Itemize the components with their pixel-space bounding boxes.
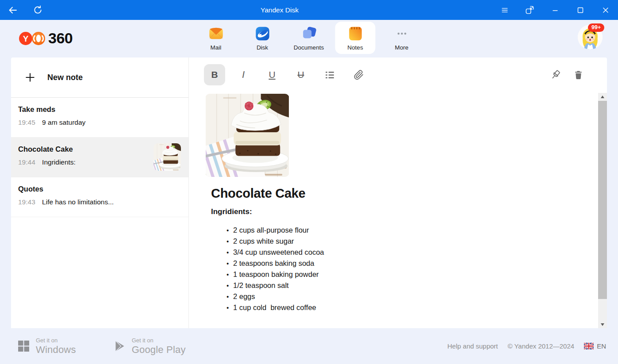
get-on-windows-link[interactable]: Get it on Windows [18,337,76,356]
list-item: 2 teaspoons baking soda [227,258,598,269]
help-and-support-link[interactable]: Help and support [447,342,498,350]
tab-more[interactable]: More [382,22,422,54]
documents-app-icon [300,25,317,42]
app-header: Y 360 Mail Disk Documents Notes [0,20,618,57]
mail-app-icon [207,25,224,42]
note-title: Chocolate Cake [211,186,598,201]
editor-scrollbar[interactable] [598,93,607,328]
note-item-thumbnail [154,143,181,171]
gplay-small-label: Get it on [132,337,186,344]
tab-disk[interactable]: Disk [242,22,283,54]
format-toolbar: B I U U [204,64,589,86]
new-note-button[interactable]: New note [11,57,188,98]
menu-icon[interactable] [492,0,517,20]
italic-button[interactable]: I [233,64,254,85]
window-title: Yandex Disk [261,6,299,14]
tab-label: Mail [211,44,222,51]
underline-label: U [269,69,275,80]
strikethrough-label: U [297,69,304,80]
note-item-title: Take meds [18,105,181,114]
pin-icon [549,69,561,81]
note-list-item-take-meds[interactable]: Take meds 19:45 9 am saturday [11,98,188,138]
app-footer: Get it on Windows Get it on Google Play … [0,328,618,364]
underline-button[interactable]: U [261,64,283,85]
list-item: 3/4 cup unsweetened cocoa [227,247,598,258]
bullet-list-button[interactable] [319,64,340,85]
tab-label: Notes [347,44,363,51]
trash-icon [573,69,584,80]
windows-small-label: Get it on [36,337,76,344]
ingredients-list: 2 cups all-purpose flour 2 cups white su… [227,225,598,313]
scrollbar-thumb[interactable] [598,101,607,299]
uk-flag-icon [584,343,594,349]
tab-label: Documents [294,44,324,51]
get-on-google-play-link[interactable]: Get it on Google Play [114,337,186,356]
app-switcher: Mail Disk Documents Notes More [193,22,425,54]
copyright-text: © Yandex 2012—2024 [508,342,575,350]
note-editor: B I U U [189,57,607,328]
bullet-list-icon [324,69,335,80]
tab-notes[interactable]: Notes [335,22,376,54]
windows-logo-icon [18,340,30,352]
list-item: 1 cup cold brewed coffee [227,302,598,313]
logo-360-text: 360 [48,30,73,47]
list-item: 2 cups all-purpose flour [227,225,598,236]
svg-text:Y: Y [23,34,29,43]
italic-label: I [242,69,245,80]
notifications-badge: 99+ [588,23,604,32]
list-item: 2 cups white sugar [227,236,598,247]
note-item-preview: 9 am saturday [42,119,85,126]
trash-button[interactable] [571,67,586,82]
minimize-icon[interactable] [542,0,568,20]
maximize-icon[interactable] [568,0,593,20]
note-item-time: 19:44 [18,158,35,166]
tab-label: More [395,44,409,51]
more-dots-icon [393,25,410,42]
note-item-title: Quotes [18,185,181,193]
windows-big-label: Windows [36,344,76,356]
bold-button[interactable]: B [204,64,225,85]
attach-icon [353,69,364,80]
scroll-down-arrow[interactable] [598,321,607,328]
note-list-item-chocolate-cake[interactable]: Chocolate Cake 19:44 Ingridients: [11,138,188,177]
tab-documents[interactable]: Documents [289,22,329,54]
y360-logo[interactable]: Y 360 [19,30,73,47]
attach-button[interactable] [348,64,369,85]
google-play-icon [114,340,126,353]
note-item-time: 19:43 [18,198,35,206]
new-note-label: New note [47,73,83,82]
back-icon[interactable] [6,4,19,17]
list-item: 1 teaspoon baking powder [227,269,598,280]
language-selector[interactable]: EN [584,342,606,350]
tab-mail[interactable]: Mail [196,22,236,54]
scroll-up-arrow[interactable] [598,93,607,100]
main-panel: New note Take meds 19:45 9 am saturday C… [11,57,607,328]
refresh-icon[interactable] [31,4,44,17]
language-label: EN [597,342,606,350]
close-icon[interactable] [593,0,618,20]
note-list-item-quotes[interactable]: Quotes 19:43 Life has no limitations... [11,177,188,217]
notes-app-icon [347,25,364,42]
list-item: 1/2 teaspoon salt [227,280,598,291]
dock-window-icon[interactable] [517,0,542,20]
note-item-preview: Ingridients: [42,158,76,166]
disk-app-icon [254,25,271,42]
gplay-big-label: Google Play [132,344,186,356]
note-editor-surface[interactable]: Chocolate Cake Ingridients: 2 cups all-p… [189,92,598,328]
plus-icon [24,72,36,83]
list-item: 2 eggs [227,291,598,302]
pin-button[interactable] [548,67,563,82]
notes-sidebar: New note Take meds 19:45 9 am saturday C… [11,57,189,328]
bold-label: B [211,69,218,80]
note-image-cake[interactable] [205,94,289,177]
tab-label: Disk [257,44,268,51]
strikethrough-button[interactable]: U [290,64,311,85]
titlebar: Yandex Disk [0,0,618,20]
note-subtitle: Ingridients: [211,207,598,216]
note-item-time: 19:45 [18,119,35,126]
note-item-preview: Life has no limitations... [42,198,114,206]
